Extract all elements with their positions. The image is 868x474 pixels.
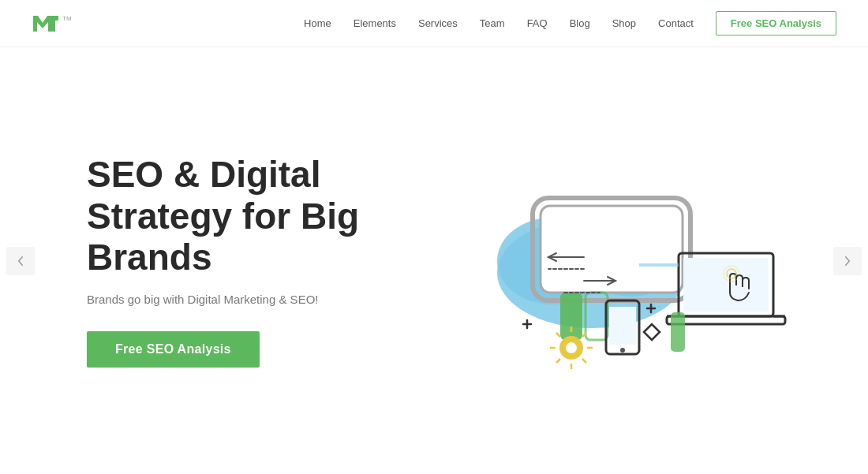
hero-title: SEO & Digital Strategy for Big Brands (87, 154, 363, 279)
next-slide-button[interactable] (833, 247, 862, 275)
svg-line-12 (556, 333, 560, 337)
nav-shop[interactable]: Shop (612, 17, 636, 29)
nav-elements[interactable]: Elements (354, 17, 396, 29)
nav-contact[interactable]: Contact (658, 17, 694, 29)
chevron-left-icon (16, 256, 25, 266)
hero-cta-button[interactable]: Free SEO Analysis (87, 331, 260, 368)
nav-services[interactable]: Services (418, 17, 458, 29)
svg-rect-18 (609, 307, 636, 345)
svg-point-19 (620, 348, 625, 353)
logo-icon (32, 13, 60, 35)
svg-rect-5 (560, 293, 582, 340)
hero-text: SEO & Digital Strategy for Big Brands Br… (32, 154, 363, 368)
nav-blog[interactable]: Blog (570, 17, 590, 29)
nav-home[interactable]: Home (304, 17, 331, 29)
header-cta-button[interactable]: Free SEO Analysis (716, 11, 836, 35)
chevron-right-icon (843, 256, 852, 266)
svg-rect-36 (671, 312, 685, 352)
svg-marker-24 (644, 324, 660, 340)
hero-subtitle: Brands go big with Digital Marketing & S… (87, 293, 363, 306)
svg-line-14 (556, 359, 560, 363)
hero-illustration (363, 47, 836, 474)
logo[interactable]: TM (32, 13, 72, 35)
nav-faq[interactable]: FAQ (527, 17, 548, 29)
main-nav: Home Elements Services Team FAQ Blog Sho… (304, 11, 836, 35)
site-header: TM Home Elements Services Team FAQ Blog … (0, 0, 868, 47)
seo-illustration (410, 119, 789, 403)
nav-team[interactable]: Team (480, 17, 505, 29)
hero-section: SEO & Digital Strategy for Big Brands Br… (0, 47, 868, 474)
prev-slide-button[interactable] (6, 247, 35, 275)
svg-rect-30 (683, 258, 769, 312)
svg-point-16 (565, 342, 578, 354)
logo-tm: TM (62, 16, 72, 22)
svg-line-15 (582, 359, 586, 363)
